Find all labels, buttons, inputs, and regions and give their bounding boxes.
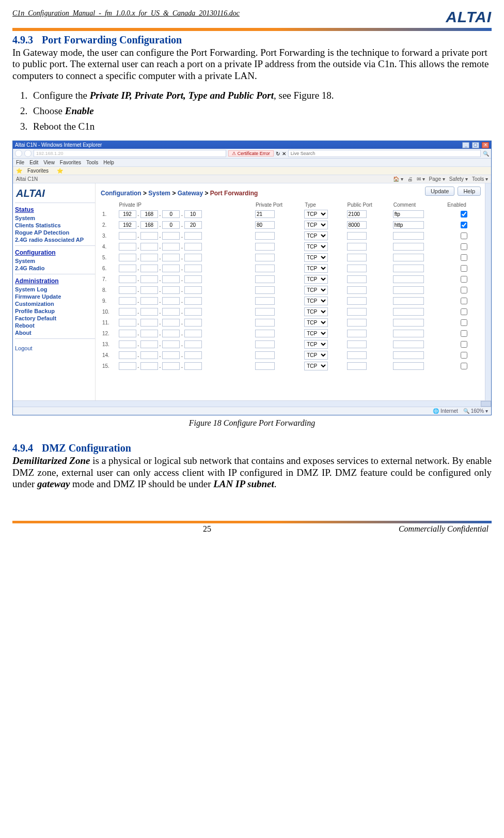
ip-octet[interactable] xyxy=(162,275,180,283)
private-port-input[interactable] xyxy=(255,221,275,229)
private-port-input[interactable] xyxy=(255,297,275,305)
ip-octet[interactable] xyxy=(140,210,158,218)
type-select[interactable]: TCP xyxy=(304,318,328,327)
comment-input[interactable] xyxy=(393,210,424,218)
ip-octet[interactable] xyxy=(184,286,202,294)
horizontal-scrollbar[interactable] xyxy=(13,400,491,407)
ip-octet[interactable] xyxy=(119,351,136,359)
enabled-checkbox[interactable] xyxy=(461,352,467,359)
public-port-input[interactable] xyxy=(347,243,367,251)
ip-octet[interactable] xyxy=(184,243,202,251)
vertical-scrollbar[interactable] xyxy=(485,183,491,400)
type-select[interactable]: TCP xyxy=(304,253,328,262)
type-select[interactable]: TCP xyxy=(304,210,328,219)
type-select[interactable]: TCP xyxy=(304,351,328,360)
enabled-checkbox[interactable] xyxy=(461,254,467,261)
sidebar-item[interactable]: About xyxy=(15,329,95,336)
toolbar-item[interactable]: ✉ ▾ xyxy=(417,176,425,182)
comment-input[interactable] xyxy=(393,308,424,316)
ip-octet[interactable] xyxy=(119,319,136,327)
ip-octet[interactable] xyxy=(140,351,158,359)
public-port-input[interactable] xyxy=(347,221,367,229)
ip-octet[interactable] xyxy=(184,221,202,229)
comment-input[interactable] xyxy=(393,221,424,229)
enabled-checkbox[interactable] xyxy=(461,276,467,283)
private-port-input[interactable] xyxy=(255,351,275,359)
menu-favorites[interactable]: Favorites xyxy=(60,160,81,165)
sidebar-head-status[interactable]: Status xyxy=(15,206,95,213)
type-select[interactable]: TCP xyxy=(304,307,328,316)
sidebar-logout[interactable]: Logout xyxy=(15,345,95,351)
update-button[interactable]: Update xyxy=(425,187,454,196)
toolbar-item[interactable]: Safety ▾ xyxy=(449,176,468,182)
type-select[interactable]: TCP xyxy=(304,231,328,240)
enabled-checkbox[interactable] xyxy=(461,222,467,228)
private-port-input[interactable] xyxy=(255,232,275,240)
ip-octet[interactable] xyxy=(119,286,136,294)
enabled-checkbox[interactable] xyxy=(461,287,467,293)
private-port-input[interactable] xyxy=(255,286,275,294)
ip-octet[interactable] xyxy=(119,308,136,316)
ip-octet[interactable] xyxy=(162,243,180,251)
ip-octet[interactable] xyxy=(119,243,136,251)
ip-octet[interactable] xyxy=(184,330,202,337)
sidebar-item[interactable]: 2.4G Radio xyxy=(15,265,95,272)
ip-octet[interactable] xyxy=(162,286,180,294)
url-input[interactable] xyxy=(34,150,226,157)
ip-octet[interactable] xyxy=(184,351,202,359)
comment-input[interactable] xyxy=(393,330,424,337)
close-icon[interactable]: ✕ xyxy=(482,142,489,148)
type-select[interactable]: TCP xyxy=(304,362,328,370)
private-port-input[interactable] xyxy=(255,243,275,251)
sidebar-item[interactable]: System xyxy=(15,214,95,222)
refresh-icon[interactable]: ↻ xyxy=(276,151,280,157)
public-port-input[interactable] xyxy=(347,308,367,316)
ip-octet[interactable] xyxy=(162,297,180,305)
ip-octet[interactable] xyxy=(162,351,180,359)
enabled-checkbox[interactable] xyxy=(461,330,467,337)
ip-octet[interactable] xyxy=(140,286,158,294)
public-port-input[interactable] xyxy=(347,275,367,283)
public-port-input[interactable] xyxy=(347,340,367,348)
comment-input[interactable] xyxy=(393,340,424,348)
ip-octet[interactable] xyxy=(140,243,158,251)
menu-file[interactable]: File xyxy=(16,160,24,165)
ip-octet[interactable] xyxy=(140,362,158,370)
sidebar-item[interactable]: System Log xyxy=(15,286,95,293)
ip-octet[interactable] xyxy=(184,340,202,348)
public-port-input[interactable] xyxy=(347,351,367,359)
search-icon[interactable]: 🔍 xyxy=(483,151,489,157)
public-port-input[interactable] xyxy=(347,265,367,272)
certificate-error[interactable]: ⚠ Certificate Error xyxy=(228,150,274,157)
comment-input[interactable] xyxy=(393,286,424,294)
ip-octet[interactable] xyxy=(140,221,158,229)
type-select[interactable]: TCP xyxy=(304,275,328,284)
ip-octet[interactable] xyxy=(119,232,136,240)
private-port-input[interactable] xyxy=(255,340,275,348)
public-port-input[interactable] xyxy=(347,254,367,261)
enabled-checkbox[interactable] xyxy=(461,298,467,304)
comment-input[interactable] xyxy=(393,362,424,370)
type-select[interactable]: TCP xyxy=(304,221,328,229)
ip-octet[interactable] xyxy=(140,330,158,337)
toolbar-item[interactable]: 🖨 xyxy=(407,176,413,182)
enabled-checkbox[interactable] xyxy=(461,319,467,326)
sidebar-item[interactable]: System xyxy=(15,257,95,265)
sidebar-item[interactable]: Factory Default xyxy=(15,315,95,322)
ip-octet[interactable] xyxy=(119,254,136,261)
ip-octet[interactable] xyxy=(162,254,180,261)
private-port-input[interactable] xyxy=(255,254,275,261)
sidebar-item[interactable]: Clients Statistics xyxy=(15,222,95,229)
sidebar-item[interactable]: 2.4G radio Associated AP xyxy=(15,236,95,243)
ip-octet[interactable] xyxy=(162,221,180,229)
enabled-checkbox[interactable] xyxy=(461,232,467,239)
minimize-icon[interactable]: _ xyxy=(462,142,469,148)
enabled-checkbox[interactable] xyxy=(461,265,467,272)
private-port-input[interactable] xyxy=(255,330,275,337)
type-select[interactable]: TCP xyxy=(304,242,328,251)
enabled-checkbox[interactable] xyxy=(461,363,467,369)
private-port-input[interactable] xyxy=(255,275,275,283)
sidebar-head-config[interactable]: Configuration xyxy=(15,249,95,256)
sidebar-item[interactable]: Customization xyxy=(15,300,95,307)
sidebar-item[interactable]: Profile Backup xyxy=(15,307,95,315)
